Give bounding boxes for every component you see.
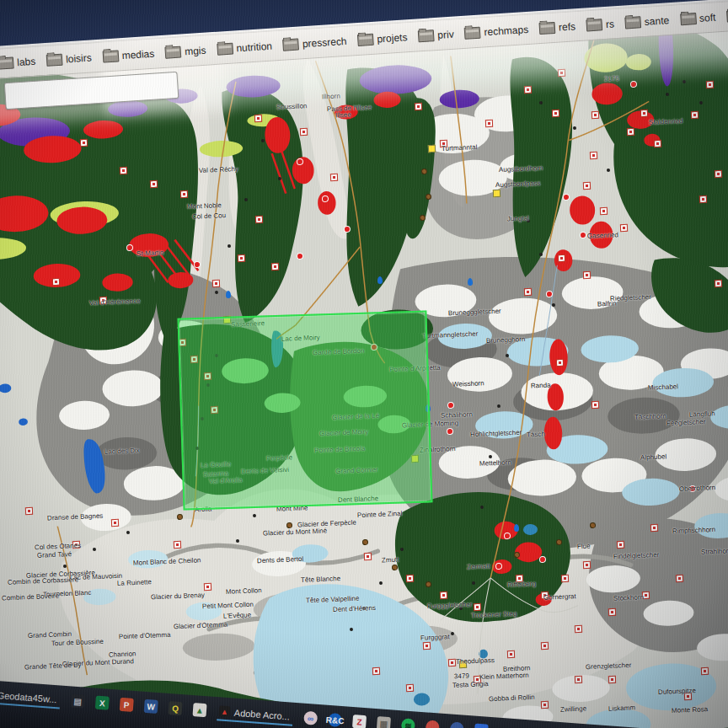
hazard-square-icon bbox=[524, 288, 532, 296]
bookmark-label: soft bbox=[699, 12, 716, 24]
blue-tile-icon[interactable] bbox=[474, 724, 489, 728]
rc-round-app-icon[interactable]: R&C bbox=[328, 713, 342, 727]
hazard-square-icon bbox=[541, 701, 549, 709]
map-label: Weisshorn bbox=[452, 380, 484, 388]
hazard-square-icon bbox=[608, 608, 616, 616]
map-label: Balfrin bbox=[597, 301, 617, 308]
hazard-square-icon bbox=[558, 69, 565, 77]
bookmark-folder-pressrech[interactable]: pressrech bbox=[283, 35, 347, 51]
folder-icon bbox=[539, 22, 556, 35]
folder-icon bbox=[0, 56, 14, 69]
bookmark-folder-rs[interactable]: rs bbox=[586, 18, 615, 31]
hazard-square-icon bbox=[552, 110, 559, 117]
dark-app-icon[interactable]: ▤ bbox=[71, 693, 85, 708]
map-label: Breithorn bbox=[503, 665, 531, 672]
hazard-square-icon bbox=[180, 190, 188, 198]
bookmark-folder-sante[interactable]: sante bbox=[624, 14, 669, 29]
hazard-square-icon bbox=[627, 128, 634, 136]
hazard-square-icon bbox=[590, 152, 597, 159]
screen-photo: Val de RéchyMont NobleCol de CouSt-Marti… bbox=[0, 0, 728, 728]
map-label: Mettelhorn bbox=[479, 459, 511, 468]
blue-drop-icon bbox=[468, 278, 473, 286]
bookmark-folder-nutrition[interactable]: nutrition bbox=[217, 40, 272, 56]
bookmark-folder-rechmaps[interactable]: rechmaps bbox=[464, 24, 528, 40]
bookmark-label: refs bbox=[559, 20, 576, 33]
hazard-square-icon bbox=[701, 667, 709, 675]
bookmark-folder-medias[interactable]: medias bbox=[102, 48, 154, 63]
map-label: Furgggrat bbox=[420, 634, 450, 641]
blue-round-app-icon[interactable] bbox=[450, 722, 464, 728]
bookmark-label: loisirs bbox=[66, 51, 93, 65]
word-icon[interactable]: W bbox=[144, 699, 158, 714]
bookmark-label: mgis bbox=[185, 45, 206, 58]
map-label: Gasenried bbox=[587, 232, 618, 240]
bookmark-folder-labs[interactable]: labs bbox=[0, 56, 36, 70]
yellow-square-icon bbox=[493, 190, 500, 197]
hazard-square-icon bbox=[640, 110, 648, 117]
hazard-square-icon bbox=[111, 519, 119, 527]
map-label: Täsch bbox=[527, 431, 545, 439]
bookmark-folder-soft[interactable]: soft bbox=[680, 12, 716, 26]
powerpoint-icon[interactable]: P bbox=[120, 698, 134, 712]
red-round-app-icon[interactable] bbox=[426, 720, 440, 728]
hazard-square-icon bbox=[80, 139, 88, 147]
excel-icon[interactable]: X bbox=[95, 696, 110, 710]
acrobat-window-button[interactable]: ▲Adobe Acro... bbox=[217, 704, 293, 726]
map-label: Soussillon bbox=[276, 103, 308, 111]
taskbar-button-label: Geodata45w... bbox=[0, 690, 57, 704]
qgis-icon[interactable]: Q bbox=[168, 701, 182, 715]
hazard-square-icon bbox=[507, 650, 515, 658]
map-label: Jungtal bbox=[507, 215, 529, 222]
blue-drop-icon bbox=[226, 291, 231, 298]
folder-icon bbox=[46, 54, 63, 67]
bookmark-label: pressrech bbox=[302, 35, 346, 50]
map-label: Gornergrat bbox=[543, 593, 576, 602]
map-label: Zmutt bbox=[382, 557, 399, 565]
hazard-square-icon bbox=[617, 541, 624, 549]
hazard-square-icon bbox=[485, 120, 493, 127]
green-gis-icon[interactable]: ▲ bbox=[192, 703, 206, 717]
hazard-square-icon bbox=[654, 140, 661, 147]
hazard-square-icon bbox=[238, 254, 245, 262]
map-label: Illhorn bbox=[322, 94, 340, 101]
spotify-icon[interactable]: ≋ bbox=[401, 718, 415, 728]
map-label: La Ruinette bbox=[117, 579, 152, 587]
map-label: Mont Noble bbox=[187, 202, 222, 211]
hazard-square-icon bbox=[271, 263, 279, 270]
bookmark-folder-projets[interactable]: projets bbox=[357, 31, 408, 46]
yellow-square-icon bbox=[428, 145, 436, 153]
folder-icon bbox=[165, 46, 182, 59]
folder-icon bbox=[624, 16, 641, 29]
map-label: Col de Cou bbox=[192, 212, 226, 221]
hazard-square-icon bbox=[575, 625, 582, 633]
hazard-square-icon bbox=[254, 115, 262, 122]
blue-drop-icon bbox=[514, 524, 519, 532]
zotero-icon[interactable]: Z bbox=[352, 715, 367, 728]
bookmark-folder-refs[interactable]: refs bbox=[539, 20, 576, 35]
map-label: Täschhorn bbox=[634, 413, 666, 421]
bookmark-label: projets bbox=[377, 31, 408, 45]
pink-round-app-icon[interactable]: ∞ bbox=[303, 711, 318, 725]
map-label: L'Evêque bbox=[223, 612, 251, 619]
hazard-square-icon bbox=[556, 359, 564, 367]
selection-rectangle[interactable] bbox=[177, 310, 432, 510]
map-label: St-Martin bbox=[136, 249, 164, 257]
map-label: Staldenried bbox=[649, 118, 683, 126]
hazard-square-icon bbox=[150, 180, 158, 188]
map-label: Flue bbox=[577, 543, 591, 551]
map-label: 2175 bbox=[604, 76, 619, 83]
bookmark-label: rs bbox=[606, 18, 615, 30]
bookmark-folder-priv[interactable]: priv bbox=[418, 29, 454, 43]
map-viewport[interactable]: Val de RéchyMont NobleCol de CouSt-Marti… bbox=[0, 0, 728, 728]
gray-app-icon[interactable]: ▦ bbox=[377, 716, 391, 728]
hazard-square-icon bbox=[372, 667, 380, 675]
hazard-square-icon bbox=[575, 676, 582, 683]
bookmark-folder-mgis[interactable]: mgis bbox=[165, 45, 206, 59]
acrobat-window-button-icon: ▲ bbox=[218, 705, 230, 717]
map-label: Illsee bbox=[335, 112, 351, 120]
geodata-window-button[interactable]: Geodata45w... bbox=[0, 688, 61, 709]
bookmark-folder-loisirs[interactable]: loisirs bbox=[46, 51, 92, 66]
hazard-square-icon bbox=[25, 507, 33, 515]
hazard-square-icon bbox=[364, 553, 372, 560]
hazard-square-icon bbox=[474, 603, 481, 611]
